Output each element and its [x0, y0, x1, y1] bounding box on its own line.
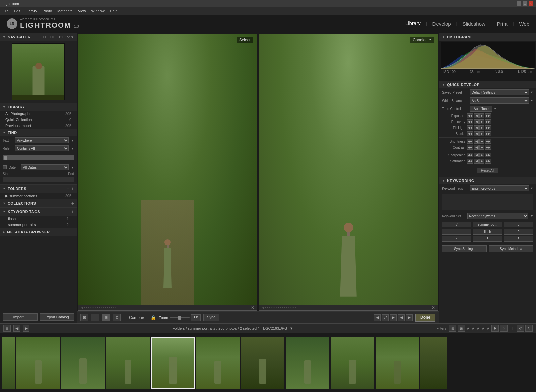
compare-next-select[interactable]: ▶: [390, 314, 397, 321]
qd-fill-up1[interactable]: ▶: [479, 125, 484, 130]
find-date-select[interactable]: All Dates: [21, 164, 69, 170]
zoom-fit-btn[interactable]: Fit: [191, 314, 201, 321]
folders-header[interactable]: ▼ Folders − +: [0, 185, 77, 193]
keyword-tags-header[interactable]: ▼ Keyword Tags +: [0, 208, 77, 216]
keyword-summer-portraits[interactable]: summer portraits 2: [0, 222, 77, 228]
histogram-header[interactable]: ▼ Histogram: [439, 33, 536, 41]
nav-web[interactable]: Web: [519, 21, 529, 27]
filmstrip-prev-btn[interactable]: ◀: [13, 325, 20, 332]
done-button[interactable]: Done: [415, 314, 436, 322]
filmstrip-thumb-4-selected[interactable]: [151, 337, 195, 389]
qd-sat-down1[interactable]: ◀: [474, 159, 479, 164]
keyword-tags-plus[interactable]: +: [71, 209, 74, 214]
keyword-grid-item-2[interactable]: 8: [504, 222, 533, 227]
filmstrip-reject-btn[interactable]: ✕: [500, 325, 508, 332]
keyword-grid-item-3[interactable]: [442, 229, 471, 235]
qd-sat-down2[interactable]: ◀◀: [467, 159, 473, 164]
compare-prev-select[interactable]: ◀: [374, 314, 381, 321]
compare-view-button[interactable]: ⊟: [102, 314, 110, 321]
keyword-set-select[interactable]: Recent Keywords: [467, 213, 528, 219]
filmstrip-thumb-5[interactable]: [196, 337, 240, 389]
filmstrip-thumb-7[interactable]: [286, 337, 329, 389]
keyword-grid-item-0[interactable]: 7: [442, 222, 471, 227]
filmstrip-thumb-3[interactable]: [106, 337, 150, 389]
find-date-checkbox[interactable]: [3, 165, 7, 169]
find-header[interactable]: ▼ Find: [0, 129, 77, 136]
star-4[interactable]: ★: [481, 326, 485, 331]
filmstrip-thumb-2[interactable]: [61, 337, 105, 389]
window-controls[interactable]: — □ ✕: [517, 1, 533, 6]
qd-blk-up1[interactable]: ▶: [479, 131, 484, 136]
zoom-slider[interactable]: [170, 317, 190, 318]
find-date-range[interactable]: [3, 177, 74, 182]
nav-develop[interactable]: Develop: [432, 21, 451, 27]
qd-bri-up2[interactable]: ▶▶: [485, 139, 491, 144]
star-5[interactable]: ★: [486, 326, 490, 331]
compare-next-candidate[interactable]: ▶: [406, 314, 413, 321]
find-rule-select[interactable]: Contains All: [15, 145, 69, 151]
qd-rec-up2[interactable]: ▶▶: [485, 119, 491, 124]
nav-slideshow[interactable]: Slideshow: [462, 21, 485, 27]
qd-fill-down2[interactable]: ◀◀: [467, 125, 473, 130]
loupe-view-button[interactable]: □: [91, 314, 99, 321]
qd-exp-down2[interactable]: ◀◀: [467, 113, 473, 118]
qd-exp-up2[interactable]: ▶▶: [485, 113, 491, 118]
filmstrip-view-btn-2[interactable]: ⊠: [458, 325, 465, 332]
filmstrip-flag-btn[interactable]: ⚑: [491, 325, 499, 332]
find-date-options[interactable]: ▼: [71, 166, 74, 169]
star-2[interactable]: ★: [471, 326, 475, 331]
find-text-select[interactable]: Anywhere: [15, 137, 69, 143]
menu-view[interactable]: View: [78, 9, 86, 13]
folders-minus[interactable]: −: [67, 186, 69, 191]
sync-settings-button[interactable]: Sync Settings: [442, 245, 487, 252]
zoom-fill[interactable]: FILL: [50, 35, 57, 39]
qd-bri-up1[interactable]: ▶: [479, 139, 484, 144]
qd-rec-down1[interactable]: ◀: [474, 119, 479, 124]
zoom-slider-thumb[interactable]: [178, 316, 181, 320]
library-all-photos[interactable]: All Photographs 205: [0, 111, 77, 117]
qd-preset-options[interactable]: ▼: [530, 91, 533, 94]
qd-con-up1[interactable]: ▶: [479, 145, 484, 150]
minimize-button[interactable]: —: [517, 1, 521, 6]
qd-auto-tone[interactable]: Auto Tone: [470, 106, 492, 112]
maximize-button[interactable]: □: [523, 1, 527, 6]
nav-library[interactable]: Library: [405, 20, 421, 27]
filmstrip-rotate-l[interactable]: ↺: [517, 325, 524, 332]
qd-bri-down2[interactable]: ◀◀: [467, 139, 473, 144]
menu-photo[interactable]: Photo: [42, 9, 52, 13]
filmstrip-thumb-6[interactable]: [241, 337, 284, 389]
qd-sha-down1[interactable]: ◀: [474, 153, 479, 157]
find-rule-options[interactable]: ▼: [71, 147, 74, 150]
filmstrip-thumb-9[interactable]: [376, 337, 419, 389]
menu-window[interactable]: Window: [91, 9, 105, 13]
survey-view-button[interactable]: ⊠: [113, 314, 121, 321]
keyword-tags-input[interactable]: Enter Keywords: [470, 185, 529, 191]
collections-header[interactable]: ▼ Collections +: [0, 199, 77, 207]
filmstrip-thumb-8[interactable]: [331, 337, 374, 389]
library-previous-import[interactable]: Previous Import 205: [0, 123, 77, 129]
qd-blk-down1[interactable]: ◀: [474, 131, 479, 136]
zoom-fit[interactable]: FIT: [43, 35, 48, 39]
import-button[interactable]: Import...: [3, 313, 38, 321]
star-3[interactable]: ★: [476, 326, 480, 331]
qd-saved-preset-select[interactable]: Default Settings: [470, 89, 529, 95]
keyword-grid-item-6[interactable]: 4: [442, 236, 471, 242]
menu-metadata[interactable]: Metadata: [57, 9, 73, 13]
filmstrip-thumb-1[interactable]: [16, 337, 60, 389]
keyword-flash[interactable]: flash 1: [0, 216, 77, 222]
pane-right-close[interactable]: ✕: [432, 305, 435, 310]
menu-help[interactable]: Help: [110, 9, 118, 13]
keyword-grid-item-5[interactable]: 9: [504, 229, 533, 235]
find-text-options[interactable]: ▼: [71, 139, 74, 142]
star-1[interactable]: ★: [466, 326, 470, 331]
keyword-tags-opts[interactable]: ▼: [530, 187, 533, 190]
keyword-grid-item-1[interactable]: summer po...: [473, 222, 502, 227]
navigator-header[interactable]: ▼ Navigator FIT FILL 1:1 1:2 ▼: [0, 33, 77, 41]
qd-fill-down1[interactable]: ◀: [474, 125, 479, 130]
filmstrip-thumb-0[interactable]: [2, 337, 15, 389]
quick-develop-header[interactable]: ▼ Quick Develop: [439, 81, 536, 88]
find-slider[interactable]: [3, 155, 74, 160]
zoom-1to1[interactable]: 1:1: [59, 35, 63, 39]
qd-fill-up2[interactable]: ▶▶: [485, 125, 491, 130]
qd-con-down2[interactable]: ◀◀: [467, 145, 473, 150]
